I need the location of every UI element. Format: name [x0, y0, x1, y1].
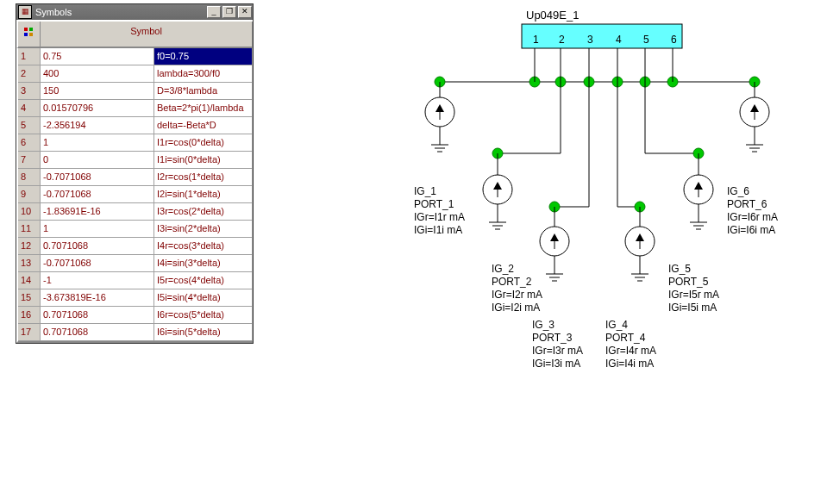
row-value[interactable]: -0.7071068: [41, 255, 154, 272]
table-row[interactable]: 70I1i=sin(0*delta): [18, 152, 253, 169]
row-index: 15: [18, 289, 41, 307]
row-index: 2: [18, 65, 41, 83]
row-value[interactable]: 150: [41, 83, 154, 100]
row-value[interactable]: 0.7071068: [41, 238, 154, 255]
row-value[interactable]: 0.01570796: [41, 100, 154, 117]
table-body: 10.75f0=0.752400lambda=300/f03150D=3/8*l…: [16, 48, 253, 343]
row-value[interactable]: -2.356194: [41, 117, 154, 134]
row-value[interactable]: 1: [41, 134, 154, 152]
row-value[interactable]: 0.75: [41, 48, 154, 65]
port-1-num: 1: [533, 34, 539, 46]
source-6-text: IG_6 PORT_6 IGr=I6r mA IGi=I6i mA: [727, 185, 778, 237]
minimize-button[interactable]: _: [207, 6, 221, 18]
table-row[interactable]: 160.7071068I6r=cos(5*delta): [18, 307, 253, 324]
row-expression[interactable]: Beta=2*pi(1)/lambda: [154, 100, 253, 117]
schematic-canvas: Up049E_1 1 2 3 4 5 6: [405, 17, 811, 405]
row-index: 12: [18, 238, 41, 255]
header-icon[interactable]: [18, 22, 41, 47]
svg-text:2: 2: [559, 34, 565, 46]
table-row[interactable]: 14-1I5r=cos(4*delta): [18, 272, 253, 289]
row-value[interactable]: -3.673819E-16: [41, 289, 154, 307]
row-expression[interactable]: I2i=sin(1*delta): [154, 186, 253, 203]
row-expression[interactable]: I1i=sin(0*delta): [154, 152, 253, 169]
row-index: 10: [18, 203, 41, 221]
svg-text:3: 3: [587, 34, 593, 46]
source-4-text: IG_4 PORT_4 IGr=I4r mA IGi=I4i mA: [605, 319, 656, 370]
row-value[interactable]: -0.7071068: [41, 169, 154, 186]
row-expression[interactable]: f0=0.75: [154, 48, 253, 65]
source-2-text: IG_2 PORT_2 IGr=I2r mA IGi=I2i mA: [492, 263, 542, 314]
row-value[interactable]: 0.7071068: [41, 307, 154, 324]
close-button[interactable]: ✕: [238, 6, 252, 18]
row-expression[interactable]: I6i=sin(5*delta): [154, 324, 253, 341]
row-value[interactable]: 400: [41, 65, 154, 83]
row-expression[interactable]: I1r=cos(0*delta): [154, 134, 253, 152]
row-index: 9: [18, 186, 41, 203]
row-index: 5: [18, 117, 41, 134]
svg-text:4: 4: [616, 34, 622, 46]
row-expression[interactable]: I5i=sin(4*delta): [154, 289, 253, 307]
row-expression[interactable]: I6r=cos(5*delta): [154, 307, 253, 324]
row-index: 11: [18, 221, 41, 238]
table-row[interactable]: 5-2.356194delta=-Beta*D: [18, 117, 253, 134]
row-index: 16: [18, 307, 41, 324]
table-row[interactable]: 40.01570796Beta=2*pi(1)/lambda: [18, 100, 253, 117]
row-value[interactable]: 0: [41, 152, 154, 169]
svg-text:6: 6: [671, 34, 677, 46]
row-value[interactable]: -0.7071068: [41, 186, 154, 203]
row-expression[interactable]: I3i=sin(2*delta): [154, 221, 253, 238]
table-row[interactable]: 120.7071068I4r=cos(3*delta): [18, 238, 253, 255]
row-value[interactable]: 0.7071068: [41, 324, 154, 341]
row-expression[interactable]: I4i=sin(3*delta): [154, 255, 253, 272]
table-row[interactable]: 111I3i=sin(2*delta): [18, 221, 253, 238]
maximize-button[interactable]: ❐: [222, 6, 236, 18]
row-index: 4: [18, 100, 41, 117]
row-expression[interactable]: D=3/8*lambda: [154, 83, 253, 100]
app-icon: ▦: [18, 5, 32, 19]
row-expression[interactable]: delta=-Beta*D: [154, 117, 253, 134]
row-index: 6: [18, 134, 41, 152]
table-row[interactable]: 3150D=3/8*lambda: [18, 83, 253, 100]
row-index: 14: [18, 272, 41, 289]
row-index: 8: [18, 169, 41, 186]
table-row[interactable]: 2400lambda=300/f0: [18, 65, 253, 83]
source-5-text: IG_5 PORT_5 IGr=I5r mA IGi=I5i mA: [668, 263, 719, 314]
symbols-window[interactable]: ▦ Symbols _ ❐ ✕ Symbol 10.75f0=0.752400l…: [16, 3, 254, 344]
table-row[interactable]: 170.7071068I6i=sin(5*delta): [18, 324, 253, 341]
source-1-text: IG_1 PORT_1 IGr=I1r mA IGi=I1i mA: [414, 185, 465, 237]
titlebar[interactable]: ▦ Symbols _ ❐ ✕: [16, 4, 253, 20]
row-expression[interactable]: I5r=cos(4*delta): [154, 272, 253, 289]
row-index: 1: [18, 48, 41, 65]
row-expression[interactable]: lambda=300/f0: [154, 65, 253, 83]
table-row[interactable]: 10-1.83691E-16I3r=cos(2*delta): [18, 203, 253, 221]
table-header: Symbol: [16, 20, 253, 48]
svg-text:5: 5: [643, 34, 649, 46]
table-row[interactable]: 10.75f0=0.75: [18, 48, 253, 65]
svg-rect-0: [24, 28, 28, 31]
row-expression[interactable]: I4r=cos(3*delta): [154, 238, 253, 255]
header-symbol[interactable]: Symbol: [41, 22, 253, 47]
svg-rect-4: [522, 24, 682, 48]
svg-rect-3: [29, 33, 33, 36]
row-expression[interactable]: I3r=cos(2*delta): [154, 203, 253, 221]
table-row[interactable]: 9-0.7071068I2i=sin(1*delta): [18, 186, 253, 203]
table-row[interactable]: 13-0.7071068I4i=sin(3*delta): [18, 255, 253, 272]
row-index: 17: [18, 324, 41, 341]
row-expression[interactable]: I2r=cos(1*delta): [154, 169, 253, 186]
row-value[interactable]: -1.83691E-16: [41, 203, 154, 221]
row-value[interactable]: 1: [41, 221, 154, 238]
row-index: 7: [18, 152, 41, 169]
table-row[interactable]: 15-3.673819E-16I5i=sin(4*delta): [18, 289, 253, 307]
table-row[interactable]: 61I1r=cos(0*delta): [18, 134, 253, 152]
row-index: 3: [18, 83, 41, 100]
window-title: Symbols: [35, 7, 206, 17]
table-row[interactable]: 8-0.7071068I2r=cos(1*delta): [18, 169, 253, 186]
source-3-text: IG_3 PORT_3 IGr=I3r mA IGi=I3i mA: [532, 319, 583, 370]
row-value[interactable]: -1: [41, 272, 154, 289]
svg-rect-2: [24, 33, 28, 36]
row-index: 13: [18, 255, 41, 272]
svg-rect-1: [29, 28, 33, 31]
